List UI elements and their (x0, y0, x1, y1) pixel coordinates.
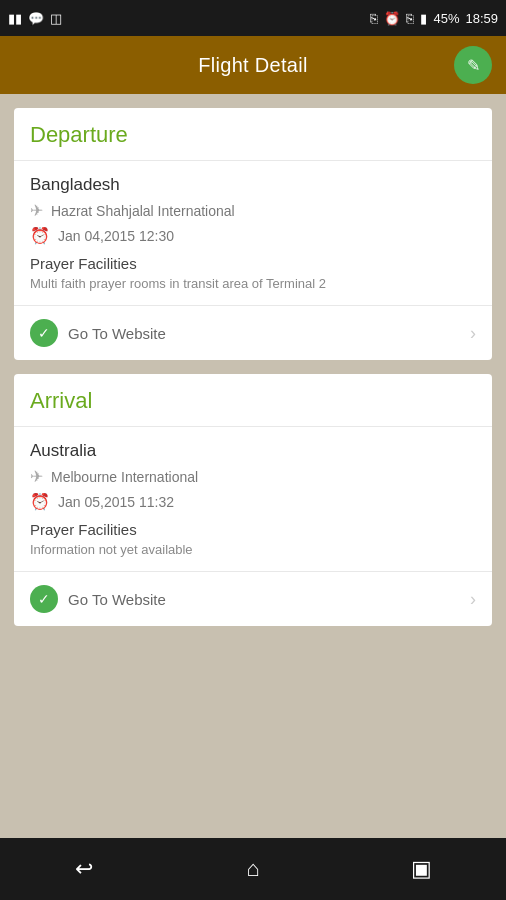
clock-icon-arrival: ⏰ (30, 492, 50, 511)
departure-globe-icon: ✓ (38, 325, 50, 341)
vibrate-icon: ⎘ (370, 11, 378, 26)
home-button[interactable]: ⌂ (223, 847, 283, 891)
departure-section-title: Departure (14, 108, 492, 161)
sim-icon: ▮▮ (8, 11, 22, 26)
departure-country: Bangladesh (30, 175, 476, 195)
recents-icon: ▣ (411, 856, 432, 882)
page-title: Flight Detail (198, 54, 308, 77)
screen-icon: ◫ (50, 11, 62, 26)
alarm-icon: ⏰ (384, 11, 400, 26)
time-display: 18:59 (465, 11, 498, 26)
edit-icon: ✎ (467, 56, 480, 75)
whatsapp-icon: 💬 (28, 11, 44, 26)
bottom-navigation: ↩ ⌂ ▣ (0, 838, 506, 900)
arrival-airport: Melbourne International (51, 469, 198, 485)
status-bar: ▮▮ 💬 ◫ ⎘ ⏰ ⎘ ▮ 45% 18:59 (0, 0, 506, 36)
status-icons-left: ▮▮ 💬 ◫ (8, 11, 62, 26)
home-icon: ⌂ (246, 856, 259, 882)
back-button[interactable]: ↩ (54, 847, 114, 891)
back-icon: ↩ (75, 856, 93, 882)
signal-icon: ▮ (420, 11, 427, 26)
departure-chevron-icon: › (470, 323, 476, 344)
departure-body: Bangladesh ✈ Hazrat Shahjalal Internatio… (14, 161, 492, 291)
plane-icon-arrival: ✈ (30, 467, 43, 486)
wifi-icon: ⎘ (406, 11, 414, 26)
arrival-airport-row: ✈ Melbourne International (30, 467, 476, 486)
arrival-chevron-icon: › (470, 589, 476, 610)
clock-icon-departure: ⏰ (30, 226, 50, 245)
departure-prayer-desc: Multi faith prayer rooms in transit area… (30, 276, 476, 291)
departure-airport-row: ✈ Hazrat Shahjalal International (30, 201, 476, 220)
plane-icon-departure: ✈ (30, 201, 43, 220)
arrival-datetime: Jan 05,2015 11:32 (58, 494, 174, 510)
battery-level: 45% (433, 11, 459, 26)
departure-time-row: ⏰ Jan 04,2015 12:30 (30, 226, 476, 245)
departure-website-label: Go To Website (68, 325, 470, 342)
arrival-card: Arrival Australia ✈ Melbourne Internatio… (14, 374, 492, 626)
arrival-time-row: ⏰ Jan 05,2015 11:32 (30, 492, 476, 511)
recents-button[interactable]: ▣ (392, 847, 452, 891)
status-icons-right: ⎘ ⏰ ⎘ ▮ 45% 18:59 (370, 11, 498, 26)
arrival-prayer-desc: Information not yet available (30, 542, 476, 557)
departure-website-row[interactable]: ✓ Go To Website › (14, 305, 492, 360)
app-header: Flight Detail ✎ (0, 36, 506, 94)
departure-card: Departure Bangladesh ✈ Hazrat Shahjalal … (14, 108, 492, 360)
departure-prayer-label: Prayer Facilities (30, 255, 476, 272)
edit-button[interactable]: ✎ (454, 46, 492, 84)
departure-website-icon-circle: ✓ (30, 319, 58, 347)
arrival-globe-icon: ✓ (38, 591, 50, 607)
arrival-prayer-label: Prayer Facilities (30, 521, 476, 538)
departure-airport: Hazrat Shahjalal International (51, 203, 235, 219)
arrival-website-icon-circle: ✓ (30, 585, 58, 613)
arrival-website-row[interactable]: ✓ Go To Website › (14, 571, 492, 626)
content-area: Departure Bangladesh ✈ Hazrat Shahjalal … (0, 94, 506, 838)
arrival-body: Australia ✈ Melbourne International ⏰ Ja… (14, 427, 492, 557)
departure-datetime: Jan 04,2015 12:30 (58, 228, 174, 244)
arrival-website-label: Go To Website (68, 591, 470, 608)
arrival-section-title: Arrival (14, 374, 492, 427)
arrival-country: Australia (30, 441, 476, 461)
